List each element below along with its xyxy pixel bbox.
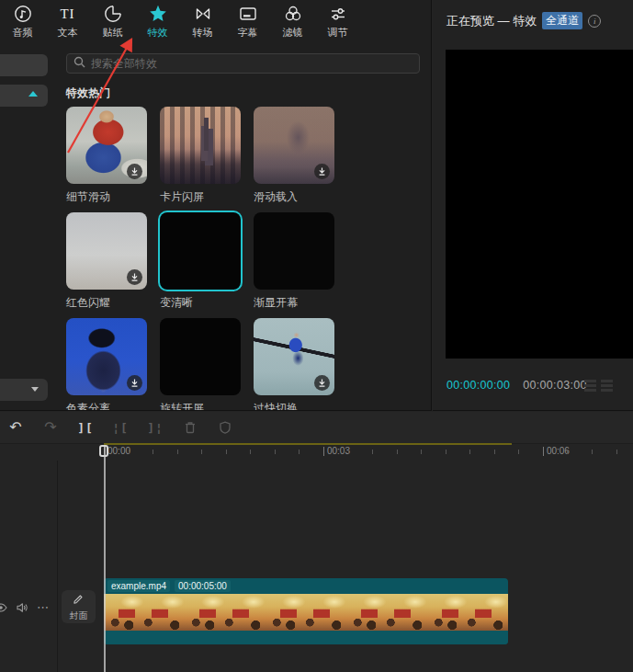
ruler-tick <box>616 450 617 454</box>
effect-thumbnail <box>160 318 241 395</box>
effect-card[interactable]: 滑动载入 <box>254 107 334 205</box>
effect-card[interactable]: 渐显开幕 <box>254 212 334 311</box>
category-chip-clipped[interactable] <box>0 54 48 76</box>
clip-filmstrip <box>104 594 508 631</box>
list-bars-icon[interactable] <box>601 380 613 392</box>
more-options-icon[interactable]: ⋯ <box>37 600 50 614</box>
effect-thumbnail <box>254 212 334 290</box>
pencil-icon <box>73 592 85 609</box>
channel-badge[interactable]: 全通道 <box>542 12 582 29</box>
tab-adjust-label: 调节 <box>328 26 348 40</box>
cover-button[interactable]: 封面 <box>62 590 96 623</box>
trim-left-button[interactable]: ¦[ <box>112 419 129 436</box>
effect-thumbnail <box>66 107 147 184</box>
filmstrip-frame <box>225 594 266 631</box>
filmstrip-frame <box>346 594 387 631</box>
effects-search-bar[interactable] <box>66 53 420 74</box>
current-timecode: 00:00:00:00 <box>446 379 510 392</box>
preview-header: 正在预览 — 特效 全通道 i <box>446 12 601 29</box>
tab-subtitle-label: 字幕 <box>238 26 258 40</box>
tab-adjust[interactable]: 调节 <box>315 2 360 42</box>
ruler-tick <box>177 450 178 454</box>
eye-icon[interactable] <box>0 601 7 614</box>
ruler-tick <box>494 450 495 454</box>
info-icon[interactable]: i <box>588 15 601 28</box>
audio-icon <box>13 4 33 24</box>
effect-card[interactable]: 卡片闪屏 <box>160 107 241 205</box>
preview-viewport[interactable] <box>446 50 633 359</box>
subtitle-icon <box>238 4 258 24</box>
tab-transition[interactable]: 转场 <box>180 2 225 42</box>
trim-right-button[interactable]: ]¦ <box>147 419 164 436</box>
effect-card-selected[interactable]: 变清晰 <box>160 212 241 311</box>
effects-grid: 细节滑动 卡片闪屏 滑动载入 红色闪耀 <box>66 107 426 411</box>
redo-button[interactable]: ↷ <box>42 419 59 436</box>
media-type-toolbar: 音频 TI 文本 贴纸 特效 转场 <box>0 0 432 43</box>
tab-sticker[interactable]: 贴纸 <box>90 2 135 42</box>
playhead-line[interactable] <box>104 447 106 672</box>
ruler-tick <box>518 450 519 454</box>
video-clip[interactable]: example.mp4 00:00:05:00 <box>104 578 508 644</box>
speaker-icon[interactable] <box>16 601 28 614</box>
timeline-toolbar: ↶ ↷ ][ ¦[ ]¦ <box>0 412 633 444</box>
tab-effects-label: 特效 <box>148 26 168 40</box>
undo-button[interactable]: ↶ <box>7 419 24 436</box>
effect-name: 渐显开幕 <box>254 295 334 311</box>
preview-scale-controls <box>584 380 613 392</box>
clip-filename: example.mp4 <box>107 580 170 592</box>
transition-icon <box>193 4 213 24</box>
search-icon <box>73 55 85 72</box>
download-icon <box>314 164 330 179</box>
tab-filter[interactable]: 滤镜 <box>270 2 315 42</box>
ruler-tick <box>153 450 153 454</box>
filmstrip-frame <box>306 594 346 631</box>
effect-card[interactable]: 过快切换 <box>254 318 334 411</box>
adjust-sliders-icon <box>328 4 348 24</box>
effect-name: 旋转开屏 <box>160 401 241 411</box>
delete-button[interactable] <box>182 419 198 436</box>
filmstrip-frame <box>266 594 306 631</box>
category-chip-active-clipped[interactable] <box>0 85 48 107</box>
ruler-tick <box>299 450 300 454</box>
ruler-tick <box>567 450 568 454</box>
effect-card[interactable]: 旋转开屏 <box>160 318 241 411</box>
preview-timecodes: 00:00:00:00 00:00:03:00 <box>446 379 587 392</box>
cyan-indicator-icon <box>28 91 38 97</box>
effect-name: 滑动载入 <box>254 189 334 205</box>
tab-audio[interactable]: 音频 <box>0 2 45 42</box>
tab-subtitle[interactable]: 字幕 <box>225 2 270 42</box>
section-title-hot-effects: 特效热门 <box>66 85 110 101</box>
mark-shield-button[interactable] <box>217 419 233 436</box>
split-clip-button[interactable]: ][ <box>77 419 94 436</box>
effect-card[interactable]: 细节滑动 <box>66 107 147 205</box>
effect-thumbnail <box>160 107 241 184</box>
cover-button-label: 封面 <box>70 609 88 622</box>
timeline-ruler[interactable]: 00:0000:0300:06 <box>0 445 633 461</box>
download-icon <box>127 269 142 285</box>
capcut-editor-window: 音频 TI 文本 贴纸 特效 转场 <box>0 0 633 672</box>
ruler-label: 00:03 <box>323 446 350 456</box>
clip-duration: 00:00:05:00 <box>175 580 231 592</box>
preview-title: 正在预览 — 特效 <box>446 13 537 29</box>
effect-card[interactable]: 红色闪耀 <box>66 212 147 311</box>
tab-text[interactable]: TI 文本 <box>45 2 90 42</box>
tab-transition-label: 转场 <box>193 26 213 40</box>
search-input[interactable] <box>91 57 413 70</box>
collapsed-dropdown-clipped[interactable] <box>0 379 48 401</box>
clip-header: example.mp4 00:00:05:00 <box>104 578 508 594</box>
effect-thumbnail <box>254 318 334 395</box>
ruler-tick <box>592 450 593 454</box>
list-bars-icon[interactable] <box>584 380 596 392</box>
ruler-tick <box>469 450 470 454</box>
total-timecode: 00:00:03:00 <box>523 379 586 392</box>
effect-name: 过快切换 <box>254 401 334 411</box>
filmstrip-frame <box>144 594 185 631</box>
effect-thumbnail <box>66 318 147 395</box>
ruler-tick <box>250 450 251 454</box>
ruler-tick <box>421 450 422 454</box>
tab-effects[interactable]: 特效 <box>135 2 180 42</box>
filmstrip-frame <box>185 594 225 631</box>
effect-name: 红色闪耀 <box>66 295 147 311</box>
effects-star-icon <box>148 4 168 24</box>
effect-card[interactable]: 色素分离 <box>66 318 147 411</box>
